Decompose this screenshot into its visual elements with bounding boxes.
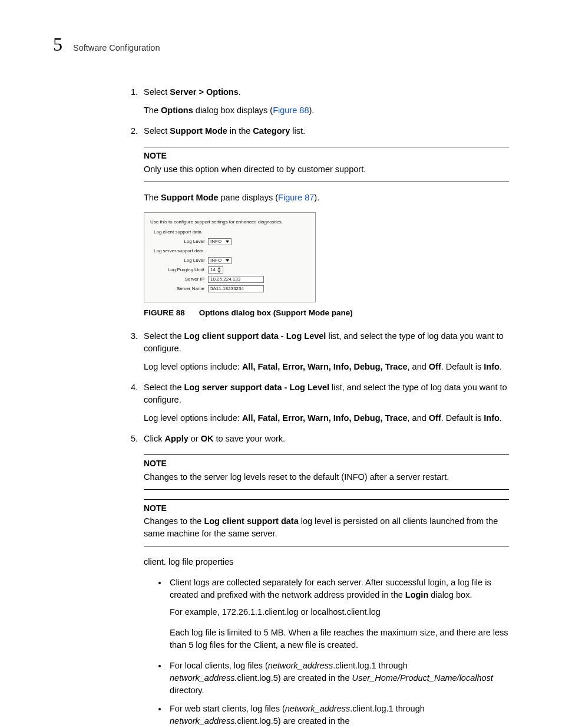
text: For local clients, log files ( [170, 661, 268, 670]
text: or [189, 434, 201, 443]
figure-link[interactable]: Figure 87 [278, 193, 314, 202]
text: , and [408, 362, 429, 371]
step-2-sub: The Support Mode pane displays (Figure 8… [144, 192, 509, 204]
bullet-1: Client logs are collected separately for… [167, 577, 509, 651]
server-loglevel-combo[interactable]: INFO [208, 257, 232, 264]
dialog-name: Login [405, 590, 428, 599]
text: Select the [144, 331, 184, 341]
figure-number: FIGURE 88 [144, 308, 185, 317]
dialog-name: Options [161, 106, 193, 115]
option-name: Support Mode [170, 126, 227, 136]
note-label: NOTE [144, 502, 509, 514]
text: . Default is [441, 413, 484, 423]
purging-label: Log Purging Limit [167, 266, 204, 274]
bullet-1-limit: Each log file is limited to 5 MB. When a… [170, 627, 509, 651]
page-header: 5 Software Configuration [53, 31, 509, 58]
text: Log level options include: [144, 413, 242, 423]
servername-field[interactable]: 5A11-18233234 [208, 285, 264, 292]
text: dialog box displays ( [193, 106, 273, 115]
field-value: 10.25.224.133 [210, 276, 240, 283]
text: ). [314, 193, 319, 202]
ok-button-label: OK [201, 434, 214, 443]
svg-marker-2 [217, 267, 221, 269]
path: network_address [268, 661, 333, 670]
option-off: Off [429, 362, 441, 371]
list-name: Log server support data - Log Level [184, 383, 330, 392]
text: The [144, 193, 161, 202]
svg-marker-3 [217, 271, 221, 273]
bullet-1-example: For example, 172.26.1.1.client.log or lo… [170, 606, 509, 618]
chapter-number: 5 [53, 31, 62, 58]
text: dialog box. [428, 590, 472, 599]
step-list: Select Server > Options. The Options dia… [127, 86, 509, 728]
serverip-field[interactable]: 10.25.224.133 [208, 276, 264, 283]
default: Info [484, 413, 500, 423]
client-loglevel-combo[interactable]: INFO [208, 238, 232, 245]
text: . [500, 362, 502, 371]
step-2: Select Support Mode in the Category list… [140, 125, 509, 318]
combo-value: INFO [210, 238, 222, 245]
serverip-row: Server IP 10.25.224.133 [167, 276, 309, 283]
text: client.log.5) are created in the [237, 673, 352, 683]
text: ). [309, 106, 314, 115]
text: directory. [170, 686, 204, 695]
page-title: Software Configuration [73, 42, 160, 54]
note-label: NOTE [144, 150, 509, 162]
loglevel-label: Log Level [167, 257, 204, 264]
figure-caption: FIGURE 88Options dialog box (Support Mod… [144, 307, 509, 319]
client-loglevel-row: Log Level INFO [167, 238, 309, 245]
figure-link[interactable]: Figure 88 [273, 106, 309, 115]
server-section-label: Log server support data [154, 248, 309, 255]
text: in the [227, 126, 253, 136]
field-value: 5A11-18233234 [210, 285, 244, 292]
default: Info [484, 362, 500, 371]
path: network_address [285, 704, 350, 713]
text: Click [144, 434, 164, 443]
text: Log level options include: [144, 362, 242, 371]
pane-name: Support Mode [161, 193, 218, 202]
note-text: Only use this option when directed to by… [144, 163, 509, 176]
note-text: Changes to the server log levels reset t… [144, 471, 509, 483]
text: .client.log.1 through [350, 704, 425, 713]
chevron-down-icon [226, 259, 229, 262]
option-name: Log client support data [204, 516, 298, 526]
figure-desc: Use this to configure support settings f… [150, 219, 309, 226]
step-3: Select the Log client support data - Log… [140, 330, 509, 373]
text: pane displays ( [218, 193, 278, 202]
spinner-arrows-icon [217, 267, 221, 273]
note-block: NOTE Changes to the server log levels re… [144, 454, 509, 489]
note-label: NOTE [144, 457, 509, 469]
text: list. [290, 126, 305, 136]
note-block: NOTE Changes to the Log client support d… [144, 499, 509, 546]
figure-88-screenshot: Use this to configure support settings f… [144, 212, 316, 302]
text: Select the [144, 383, 184, 392]
apply-button-label: Apply [164, 434, 188, 443]
step-5: Click Apply or OK to save your work. NOT… [140, 433, 509, 728]
note-block: NOTE Only use this option when directed … [144, 147, 509, 182]
menu-path: Server > Options [170, 87, 238, 97]
list-name: Log client support data - Log Level [184, 331, 326, 341]
chevron-down-icon [226, 241, 229, 243]
combo-value: INFO [210, 257, 222, 264]
svg-marker-1 [226, 259, 229, 262]
text: Select [144, 126, 170, 136]
text: Select [144, 87, 170, 97]
step-3-sub: Log level options include: All, Fatal, E… [144, 361, 509, 373]
purging-row: Log Purging Limit 14 [167, 266, 309, 274]
options: All, Fatal, Error, Warn, Info, Debug, Tr… [242, 362, 408, 371]
figure-title: Options dialog box (Support Mode pane) [199, 308, 353, 317]
server-loglevel-row: Log Level INFO [167, 257, 309, 264]
text: , and [408, 413, 429, 423]
servername-row: Server Name 5A11-18233234 [167, 285, 309, 292]
step-1-sub: The Options dialog box displays (Figure … [144, 104, 509, 117]
client-section-label: Log client support data [154, 229, 309, 236]
svg-marker-0 [226, 241, 229, 243]
serverip-label: Server IP [167, 276, 204, 283]
text: . Default is [441, 362, 484, 371]
list-name: Category [253, 126, 290, 136]
client-log-heading: client. log file properties [144, 556, 509, 568]
path: network_address. [170, 716, 237, 726]
purging-spinner[interactable]: 14 [208, 266, 223, 274]
text: . [500, 413, 502, 423]
text: . [239, 87, 241, 97]
